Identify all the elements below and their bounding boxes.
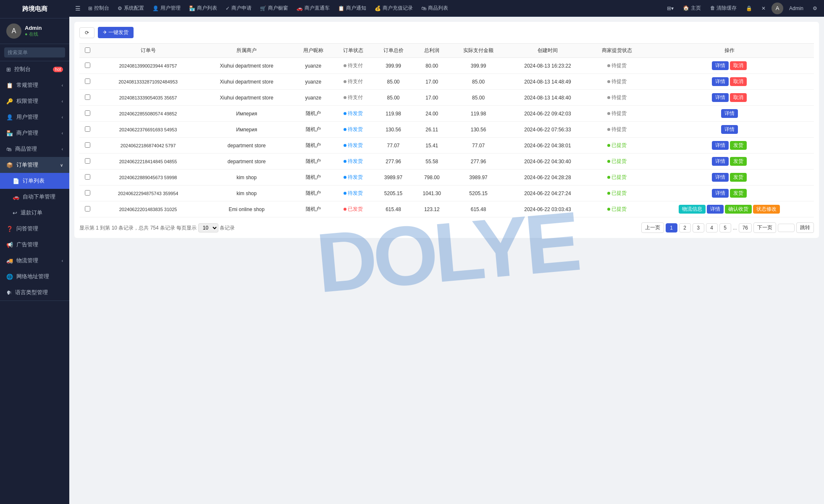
page-2-button[interactable]: 2 — [679, 223, 691, 232]
row-checkbox-cell[interactable] — [79, 74, 96, 90]
sidebar-item-users[interactable]: 👤用户管理 ‹ — [0, 109, 69, 125]
row-actions: 详情 — [645, 122, 814, 138]
action-发货-button[interactable]: 发货 — [730, 189, 747, 198]
page-4-button[interactable]: 4 — [706, 223, 718, 232]
topbar-clear-btn[interactable]: 🗑 清除缓存 — [707, 3, 740, 13]
ship-dot — [607, 128, 610, 131]
topbar-lock-btn[interactable]: 🔒 — [743, 4, 756, 13]
row-checkbox[interactable] — [85, 142, 90, 148]
topbar-showcase[interactable]: 🛒 商户橱窗 — [257, 3, 291, 13]
row-checkbox[interactable] — [85, 78, 90, 84]
row-actions: 详情发货 — [645, 185, 814, 201]
row-order-no: 20240813332871092484953 — [96, 74, 200, 90]
row-status: 待发货 — [333, 185, 373, 201]
topbar-express[interactable]: 🚗 商户直通车 — [293, 3, 333, 13]
action-详情-button[interactable]: 详情 — [707, 205, 724, 214]
sidebar-item-orders-parent[interactable]: 📦订单管理 ∨ — [0, 157, 69, 173]
topbar-merchantlist[interactable]: 🏪 商户列表 — [186, 3, 220, 13]
action-详情-button[interactable]: 详情 — [721, 125, 738, 134]
row-checkbox-cell[interactable] — [79, 122, 96, 138]
sidebar-search-section[interactable] — [0, 44, 69, 61]
prev-page-button[interactable]: 上一页 — [641, 222, 664, 233]
sidebar-user-section: A Admin 在线 — [0, 18, 69, 44]
row-created: 2024-08-13 16:23:22 — [506, 58, 589, 74]
select-all-checkbox[interactable] — [85, 47, 90, 53]
topbar-dashboard[interactable]: ⊞ 控制台 — [85, 3, 113, 13]
row-checkbox[interactable] — [85, 63, 90, 68]
action-详情-button[interactable]: 详情 — [712, 157, 729, 166]
topbar-recharge[interactable]: 💰 商户充值记录 — [371, 3, 416, 13]
action-详情-button[interactable]: 详情 — [712, 77, 729, 86]
topbar-merchantapply[interactable]: ✓ 商户申请 — [222, 3, 255, 13]
sidebar-item-permissions[interactable]: 🔑权限管理 ‹ — [0, 93, 69, 109]
topbar-grid-btn[interactable]: ⊞▾ — [664, 4, 677, 13]
col-checkbox[interactable] — [79, 44, 96, 58]
action-详情-button[interactable]: 详情 — [712, 141, 729, 150]
row-checkbox-cell[interactable] — [79, 138, 96, 154]
action-发货-button[interactable]: 发货 — [730, 157, 747, 166]
action-发货-button[interactable]: 发货 — [730, 141, 747, 150]
action-详情-button[interactable]: 详情 — [712, 61, 729, 70]
search-input[interactable] — [4, 47, 65, 57]
topbar-close-btn[interactable]: ✕ — [758, 4, 769, 13]
row-checkbox-cell[interactable] — [79, 58, 96, 74]
action-详情-button[interactable]: 详情 — [721, 109, 738, 118]
merchants-label: 商户管理 — [16, 129, 38, 137]
topbar-settings-icon[interactable]: ⚙ — [809, 4, 821, 13]
row-checkbox-cell[interactable] — [79, 201, 96, 217]
page-5-button[interactable]: 5 — [719, 223, 731, 232]
topbar-usermgmt[interactable]: 👤 用户管理 — [149, 3, 184, 13]
row-checkbox[interactable] — [85, 94, 90, 100]
sidebar-item-dashboard[interactable]: ⊞控制台 hot — [0, 61, 69, 77]
row-order-no: 20240813990023944 49757 — [96, 58, 200, 74]
refresh-button[interactable]: ⟳ — [79, 27, 94, 38]
page-jump-input[interactable] — [778, 224, 795, 232]
status-dot — [344, 64, 346, 67]
topbar-goodslist[interactable]: 🛍 商品列表 — [418, 3, 451, 13]
hamburger-icon[interactable]: ☰ — [73, 3, 83, 13]
row-checkbox-cell[interactable] — [79, 185, 96, 201]
topbar-home-btn[interactable]: 🏠 主页 — [680, 3, 704, 13]
sidebar-item-general[interactable]: 📋常规管理 ‹ — [0, 77, 69, 93]
sidebar-item-ads[interactable]: 📢广告管理 — [0, 237, 69, 253]
action-状态修改-button[interactable]: 状态修改 — [753, 205, 780, 214]
row-checkbox[interactable] — [85, 206, 90, 212]
row-checkbox[interactable] — [85, 110, 90, 116]
action-物流信息-button[interactable]: 物流信息 — [679, 205, 706, 214]
row-checkbox-cell[interactable] — [79, 170, 96, 185]
action-详情-button[interactable]: 详情 — [712, 93, 729, 102]
bulk-ship-button[interactable]: ✈ 一键发货 — [98, 27, 134, 38]
action-取消-button[interactable]: 取消 — [730, 93, 747, 102]
action-取消-button[interactable]: 取消 — [730, 77, 747, 86]
sidebar-item-merchants[interactable]: 🏪商户管理 ‹ — [0, 125, 69, 141]
sidebar-item-network[interactable]: 🌐网络地址管理 — [0, 269, 69, 285]
sidebar-item-qa[interactable]: ❓问答管理 — [0, 221, 69, 237]
page-76-button[interactable]: 76 — [739, 223, 752, 232]
action-确认收货-button[interactable]: 确认收货 — [725, 205, 752, 214]
next-page-button[interactable]: 下一页 — [753, 222, 776, 233]
topbar-notify[interactable]: 📋 商户通知 — [335, 3, 370, 13]
jump-button[interactable]: 跳转 — [796, 222, 814, 233]
sidebar-item-order-list[interactable]: 📄订单列表 — [0, 173, 69, 189]
row-checkbox-cell[interactable] — [79, 154, 96, 170]
sidebar-item-refund[interactable]: ↩退款订单 — [0, 205, 69, 221]
page-size-select[interactable]: 10 20 50 — [198, 223, 218, 232]
row-checkbox[interactable] — [85, 190, 90, 196]
sidebar-item-logistics[interactable]: 🚚物流管理 ‹ — [0, 253, 69, 269]
action-详情-button[interactable]: 详情 — [712, 189, 729, 198]
general-label: 常规管理 — [16, 81, 38, 89]
row-checkbox[interactable] — [85, 158, 90, 164]
page-1-button[interactable]: 1 — [666, 223, 677, 232]
action-发货-button[interactable]: 发货 — [730, 173, 747, 182]
topbar-sysconfig[interactable]: ⚙ 系统配置 — [114, 3, 147, 13]
row-checkbox[interactable] — [85, 126, 90, 132]
row-checkbox-cell[interactable] — [79, 90, 96, 106]
action-详情-button[interactable]: 详情 — [712, 173, 729, 182]
page-3-button[interactable]: 3 — [693, 223, 704, 232]
row-checkbox-cell[interactable] — [79, 106, 96, 122]
sidebar-item-auto-order[interactable]: 🚗自动下单管理 — [0, 189, 69, 205]
sidebar-item-products[interactable]: 🛍商品管理 ‹ — [0, 141, 69, 157]
sidebar-item-language[interactable]: 🗣语言类型管理 — [0, 285, 69, 300]
row-checkbox[interactable] — [85, 174, 90, 180]
action-取消-button[interactable]: 取消 — [730, 61, 747, 70]
